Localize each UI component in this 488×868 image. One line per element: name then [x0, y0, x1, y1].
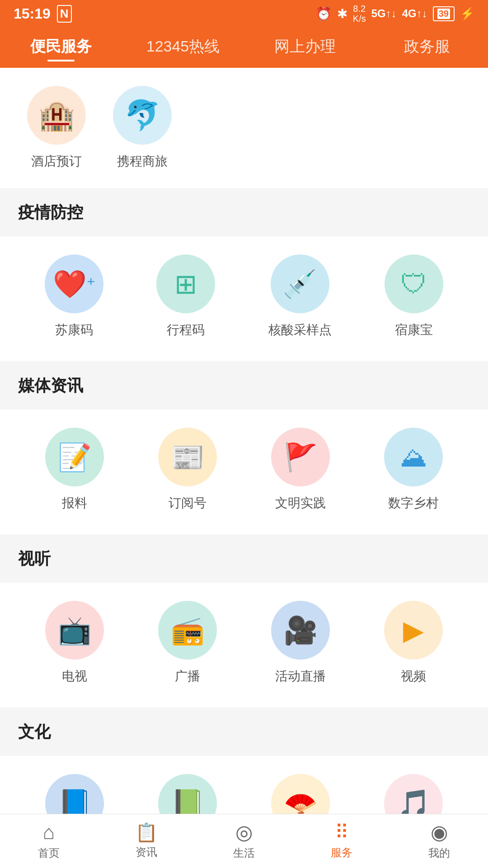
- dingyuehao-circle: 📰: [158, 428, 217, 486]
- hotel-icon: 🏨: [38, 98, 75, 132]
- status-icons: ⏰ ✱ 8.2K/s 5G↑↓ 4G↑↓ 39 ⚡: [316, 4, 474, 24]
- nav-home[interactable]: ⌂ 首页: [0, 814, 98, 868]
- life-icon: ◎: [235, 822, 253, 842]
- icon-sukangbao[interactable]: 🛡 宿康宝: [385, 255, 443, 339]
- icon-dingyuehao[interactable]: 📰 订阅号: [158, 428, 217, 512]
- dianshi-circle: 📺: [45, 601, 104, 660]
- alarm-icon: ⏰: [316, 6, 332, 21]
- section-header-epidemic: 疫情防控: [0, 189, 488, 236]
- huodonglive-circle: 🎥: [271, 601, 330, 660]
- shuzixiangcun-label: 数字乡村: [388, 495, 439, 512]
- shuzixiangcun-icon: ⛰: [400, 442, 427, 473]
- xingchengma-circle: ⊞: [156, 255, 215, 313]
- hexuan-circle: 💉: [271, 255, 329, 313]
- hexuan-icon: 💉: [283, 268, 317, 300]
- huodonglive-icon: 🎥: [284, 614, 318, 646]
- charging-icon: ⚡: [460, 7, 474, 21]
- status-bar: 15:19 N ⏰ ✱ 8.2K/s 5G↑↓ 4G↑↓ 39 ⚡: [0, 0, 488, 27]
- section-epidemic: ❤️+ 苏康码 ⊞ 行程码 💉 核酸采样点 🛡 宿康宝: [0, 236, 488, 361]
- icon-wenming[interactable]: 🚩 文明实践: [271, 428, 330, 512]
- shuzixiangcun-circle: ⛰: [384, 428, 443, 486]
- icon-baoliao[interactable]: 📝 报料: [45, 428, 104, 512]
- nav-life[interactable]: ◎ 生活: [195, 814, 293, 868]
- dingyuehao-label: 订阅号: [169, 495, 206, 512]
- epidemic-icons-grid: ❤️+ 苏康码 ⊞ 行程码 💉 核酸采样点 🛡 宿康宝: [0, 236, 488, 357]
- network-5g: 5G↑↓: [371, 7, 397, 20]
- tab-govservice[interactable]: 政务服: [366, 32, 488, 61]
- huodonglive-label: 活动直播: [275, 668, 326, 685]
- mine-label: 我的: [428, 846, 450, 860]
- ctrip-icon: 🐬: [124, 98, 161, 132]
- mine-icon: ◉: [431, 822, 448, 842]
- icon-guangbo[interactable]: 📻 广播: [158, 601, 217, 685]
- ctrip-icon-circle: 🐬: [113, 86, 172, 145]
- sukangma-icon: ❤️+: [53, 268, 95, 300]
- hotel-icon-circle: 🏨: [27, 86, 86, 145]
- sukangbao-label: 宿康宝: [395, 321, 433, 339]
- wenming-label: 文明实践: [275, 495, 326, 512]
- icon-ctrip[interactable]: 🐬 携程商旅: [113, 86, 172, 170]
- icon-dianshi[interactable]: 📺 电视: [45, 601, 104, 685]
- life-label: 生活: [233, 846, 255, 860]
- shipin-icon: ▶: [403, 614, 424, 646]
- dianshi-icon: 📺: [58, 614, 92, 646]
- guangbo-label: 广播: [175, 668, 200, 685]
- wenming-icon: 🚩: [284, 441, 318, 473]
- nav-mine[interactable]: ◉ 我的: [390, 814, 488, 868]
- hexuan-label: 核酸采样点: [268, 321, 332, 339]
- guangbo-icon: 📻: [171, 614, 205, 646]
- tab-12345[interactable]: 12345热线: [122, 32, 244, 61]
- audio-icons-grid: 📺 电视 📻 广播 🎥 活动直播 ▶ 视频: [0, 583, 488, 703]
- baoliao-icon: 📝: [58, 441, 92, 473]
- wenming-circle: 🚩: [271, 428, 330, 486]
- nfc-icon: N: [57, 5, 72, 23]
- dingyuehao-icon: 📰: [171, 441, 205, 473]
- speed-indicator: 8.2K/s: [353, 4, 366, 24]
- section-audio: 📺 电视 📻 广播 🎥 活动直播 ▶ 视频: [0, 583, 488, 708]
- baoliao-circle: 📝: [45, 428, 104, 486]
- tab-online[interactable]: 网上办理: [244, 32, 366, 61]
- sukangma-label: 苏康码: [55, 321, 93, 339]
- media-icons-grid: 📝 报料 📰 订阅号 🚩 文明实践 ⛰ 数字乡村: [0, 410, 488, 530]
- bottom-nav: ⌂ 首页 📋 资讯 ◎ 生活 ⠿ 服务 ◉ 我的: [0, 814, 488, 868]
- dianshi-label: 电视: [62, 668, 87, 685]
- bluetooth-icon: ✱: [337, 6, 347, 21]
- icon-xingchengma[interactable]: ⊞ 行程码: [156, 255, 215, 339]
- section-header-audio: 视听: [0, 535, 488, 583]
- icon-sukangma[interactable]: ❤️+ 苏康码: [45, 255, 103, 339]
- home-label: 首页: [38, 846, 60, 860]
- sukangma-circle: ❤️+: [45, 255, 103, 313]
- shipin-label: 视频: [401, 668, 426, 685]
- service-icon: ⠿: [335, 823, 349, 842]
- service-label: 服务: [331, 845, 352, 860]
- nav-tabs: 便民服务 12345热线 网上办理 政务服: [0, 27, 488, 68]
- battery-indicator: 39: [433, 6, 455, 21]
- tab-biminserve[interactable]: 便民服务: [0, 32, 122, 61]
- news-label: 资讯: [136, 845, 157, 859]
- network-4g: 4G↑↓: [402, 7, 427, 20]
- sukangbao-circle: 🛡: [385, 255, 443, 313]
- status-time: 15:19: [14, 5, 51, 22]
- icon-shipin[interactable]: ▶ 视频: [384, 601, 443, 685]
- nav-service[interactable]: ⠿ 服务: [293, 814, 390, 868]
- icon-huodonglive[interactable]: 🎥 活动直播: [271, 601, 330, 685]
- top-icons-row: 🏨 酒店预订 🐬 携程商旅: [0, 68, 488, 188]
- icon-hexuan[interactable]: 💉 核酸采样点: [268, 255, 332, 339]
- news-icon: 📋: [135, 823, 158, 841]
- section-header-media: 媒体资讯: [0, 362, 488, 410]
- guangbo-circle: 📻: [158, 601, 217, 660]
- hotel-label: 酒店预订: [31, 153, 82, 170]
- section-media: 📝 报料 📰 订阅号 🚩 文明实践 ⛰ 数字乡村: [0, 410, 488, 534]
- xingchengma-icon: ⊞: [174, 268, 197, 300]
- icon-hotel[interactable]: 🏨 酒店预订: [27, 86, 86, 170]
- ctrip-label: 携程商旅: [117, 153, 168, 170]
- home-icon: ⌂: [43, 822, 55, 842]
- sukangbao-icon: 🛡: [400, 269, 427, 300]
- baoliao-label: 报料: [62, 495, 87, 512]
- xingchengma-label: 行程码: [167, 321, 205, 339]
- icon-shuzixiangcun[interactable]: ⛰ 数字乡村: [384, 428, 443, 512]
- section-header-culture: 文化: [0, 708, 488, 756]
- nav-news[interactable]: 📋 资讯: [98, 814, 195, 868]
- shipin-circle: ▶: [384, 601, 443, 660]
